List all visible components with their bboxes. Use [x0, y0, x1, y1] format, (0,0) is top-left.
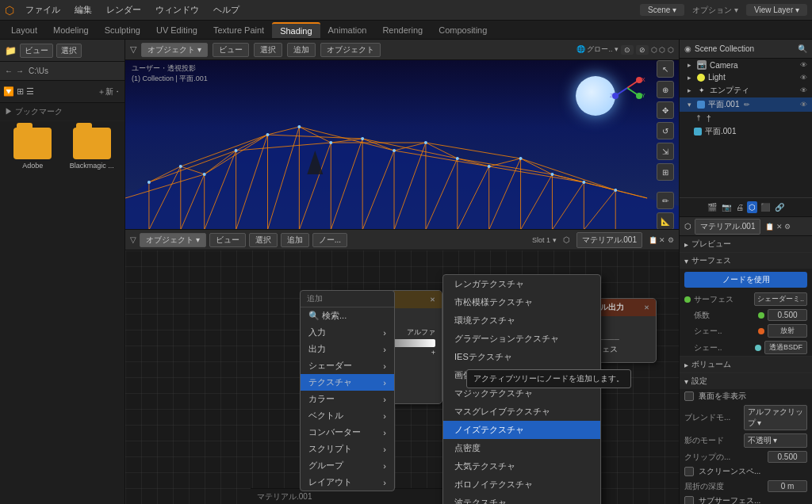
- camera-visibility[interactable]: 👁: [800, 61, 807, 69]
- preview-header[interactable]: ▸ プレビュー: [680, 236, 812, 252]
- tool-rotate[interactable]: ↺: [657, 122, 674, 139]
- vp-overlay[interactable]: ⊙: [621, 45, 634, 55]
- path-nav-right[interactable]: →: [16, 67, 24, 75]
- surface-header[interactable]: ▾ サーフェス: [680, 253, 812, 269]
- options-btn[interactable]: オプション ▾: [692, 5, 738, 16]
- add-script[interactable]: スクリプト›: [301, 441, 394, 457]
- ne-node[interactable]: ノー...: [312, 233, 347, 247]
- ne-slot[interactable]: Slot 1 ▾: [532, 236, 557, 244]
- tab-rendering[interactable]: Rendering: [374, 23, 431, 37]
- vp-select[interactable]: 選択: [254, 43, 282, 57]
- shadow-val[interactable]: 不透明 ▾: [744, 433, 808, 448]
- vp-global[interactable]: 🌐 グロー.. ▾: [576, 44, 619, 55]
- view-toggle-icon[interactable]: ⊞: [17, 86, 24, 97]
- node-canvas[interactable]: カラーランプ ✕ 係数 カラー アルファ: [125, 250, 679, 504]
- folder-adobe[interactable]: Adobe: [6, 128, 59, 170]
- subsurface-check[interactable]: [684, 496, 694, 504]
- clip-value[interactable]: 0.500: [768, 451, 807, 463]
- outliner-light[interactable]: ▸ Light 👁: [680, 71, 812, 83]
- ne-add[interactable]: 追加: [281, 233, 309, 247]
- colorramp-add[interactable]: +: [431, 349, 435, 357]
- prop-object-icon[interactable]: ⬛: [759, 201, 772, 213]
- add-vector[interactable]: ベクトル›: [301, 407, 394, 424]
- add-color[interactable]: カラー›: [301, 391, 394, 407]
- outliner-empty[interactable]: ▸ ✦ エンプティ 👁: [680, 83, 812, 97]
- tool-cursor[interactable]: ⊕: [657, 81, 674, 98]
- view-btn[interactable]: ビュー: [20, 44, 53, 58]
- outliner-search-btn[interactable]: 🔍: [798, 44, 807, 53]
- tex-noise[interactable]: ノイズテクスチャ: [443, 421, 600, 439]
- prop-render-icon[interactable]: 📷: [720, 201, 733, 213]
- menu-edit[interactable]: 編集: [68, 2, 98, 17]
- tool-annotate[interactable]: ✏: [657, 192, 674, 209]
- add-group[interactable]: グループ›: [301, 457, 394, 474]
- tex-musgrave[interactable]: マスグレイブテクスチャ: [443, 403, 600, 421]
- prop-output-icon[interactable]: 🖨: [734, 201, 745, 213]
- tab-compositing[interactable]: Compositing: [431, 23, 495, 37]
- blendmode-val[interactable]: アルファクリップ ▾: [744, 405, 808, 430]
- use-nodes-btn[interactable]: ノードを使用: [684, 272, 807, 288]
- vp-add[interactable]: 追加: [287, 43, 316, 57]
- menu-render[interactable]: レンダー: [100, 2, 147, 17]
- tex-pointdensity[interactable]: 点密度: [443, 439, 600, 457]
- tex-voronoi[interactable]: ボロノイテクスチャ: [443, 475, 600, 494]
- screenspace-check[interactable]: [684, 467, 694, 476]
- matoutput-close[interactable]: ✕: [644, 304, 649, 311]
- tab-shading[interactable]: Shading: [272, 22, 320, 38]
- light-visibility[interactable]: 👁: [800, 74, 807, 82]
- backface-check[interactable]: [684, 391, 694, 401]
- add-output[interactable]: 出力›: [301, 341, 394, 357]
- tex-gradient[interactable]: グラデーションテクスチャ: [443, 330, 600, 348]
- filter-icon[interactable]: 🔽: [3, 86, 14, 97]
- shader2-value[interactable]: 透過BSDF: [764, 341, 807, 354]
- menu-help[interactable]: ヘルプ: [207, 2, 246, 17]
- surface-value[interactable]: シェーダーミ..: [754, 292, 807, 306]
- tex-env[interactable]: 環境テクスチャ: [443, 311, 600, 330]
- vp-icons[interactable]: ⬡ ⬡ ⬡: [651, 46, 674, 54]
- add-input[interactable]: 入力›: [301, 324, 394, 341]
- ne-select[interactable]: 選択: [249, 233, 278, 247]
- vp-object-mode[interactable]: オブジェクト ▾: [141, 43, 208, 57]
- colorramp-close[interactable]: ✕: [430, 296, 435, 304]
- volume-header[interactable]: ▸ ボリューム: [680, 357, 812, 372]
- tab-uv-editing[interactable]: UV Editing: [148, 23, 205, 37]
- vp-object[interactable]: オブジェクト: [320, 43, 381, 57]
- empty-visibility[interactable]: 👁: [800, 86, 807, 94]
- outliner-plane-sub[interactable]: 平面.001: [680, 124, 812, 139]
- menu-file[interactable]: ファイル: [19, 2, 67, 17]
- tex-checker[interactable]: 市松模様テクスチャ: [443, 293, 600, 311]
- view-layer-selector[interactable]: View Layer ▾: [746, 4, 807, 16]
- scene-selector[interactable]: Scene ▾: [640, 4, 684, 16]
- factor-value[interactable]: 0.500: [768, 309, 807, 321]
- add-shader[interactable]: シェーダー›: [301, 357, 394, 374]
- add-converter[interactable]: コンバーター›: [301, 424, 394, 441]
- tex-ies[interactable]: IESテクスチャ: [443, 348, 600, 366]
- path-nav-left[interactable]: ←: [5, 67, 13, 75]
- select-btn[interactable]: 選択: [56, 44, 82, 58]
- vp-shading[interactable]: ⊘: [636, 45, 649, 55]
- refraction-value[interactable]: 0 m: [768, 480, 807, 492]
- ne-object-mode[interactable]: オブジェクト ▾: [140, 233, 206, 247]
- props-material-name[interactable]: マテリアル.001: [695, 219, 760, 235]
- settings-header[interactable]: ▾ 設定: [680, 373, 812, 389]
- add-search[interactable]: 🔍 検索...: [301, 307, 394, 324]
- prop-material-icon[interactable]: ⬡: [747, 201, 757, 213]
- menu-window[interactable]: ウィンドウ: [149, 2, 205, 17]
- tool-select[interactable]: ↖: [657, 60, 674, 78]
- tool-scale[interactable]: ⇲: [657, 143, 674, 160]
- tab-sculpting[interactable]: Sculpting: [97, 23, 148, 37]
- prop-scene-icon[interactable]: 🎬: [706, 201, 718, 213]
- tex-sky[interactable]: 大気テクスチャ: [443, 457, 600, 475]
- add-texture[interactable]: テクスチャ›: [301, 374, 394, 391]
- tex-wave[interactable]: 波テクスチャ: [443, 494, 600, 504]
- viewport-content[interactable]: ユーザー・透視投影 (1) Collection | 平面.001 X Y: [125, 60, 679, 230]
- tool-measure[interactable]: 📐: [657, 212, 674, 230]
- ne-material-name[interactable]: マテリアル.001: [576, 232, 642, 248]
- add-layout[interactable]: レイアウト›: [301, 474, 394, 491]
- tab-texture-paint[interactable]: Texture Paint: [205, 23, 272, 37]
- node-editor[interactable]: ▽ オブジェクト ▾ ビュー 選択 追加 ノー... Slot 1 ▾ ⬡ マテ…: [125, 230, 679, 504]
- vp-view[interactable]: ビュー: [213, 43, 249, 57]
- folder-blackmagic[interactable]: Blackmagic ...: [66, 128, 119, 170]
- tab-modeling[interactable]: Modeling: [45, 23, 97, 37]
- tab-animation[interactable]: Animation: [320, 23, 375, 37]
